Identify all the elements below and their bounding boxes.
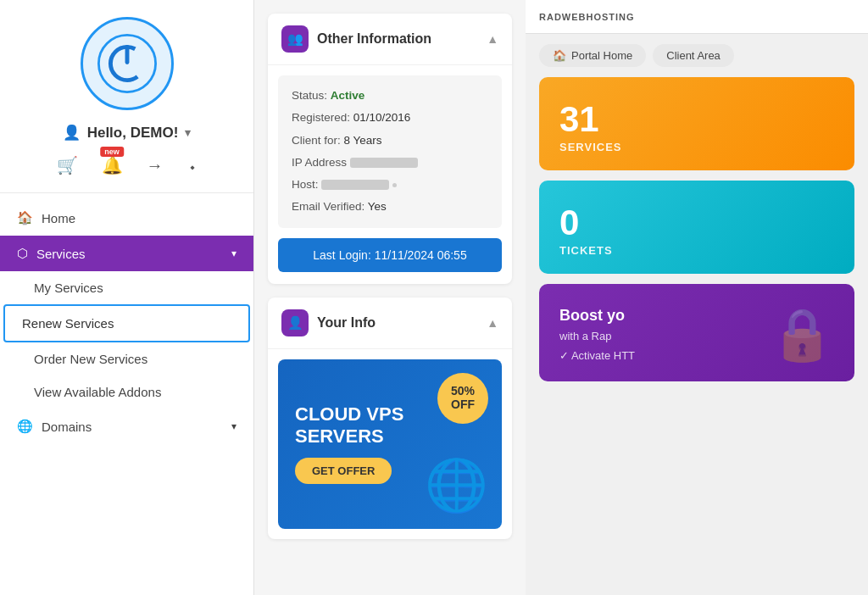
ip-row: IP Address <box>292 154 488 171</box>
ip-label: IP Address <box>292 156 347 169</box>
home-icon: 🏠 <box>17 210 33 225</box>
stat-card-tickets: 0 TICKETS <box>539 181 854 274</box>
email-label: Email Verified: <box>292 200 364 213</box>
breadcrumb-portal-label: Portal Home <box>571 49 632 62</box>
tickets-count: 0 <box>559 205 834 241</box>
your-info-header: 👤 Your Info ▲ <box>268 298 512 349</box>
site-logo: RADWEBHOSTING <box>539 12 635 22</box>
ip-value-redacted <box>350 158 418 168</box>
logout-icon: ⬩ <box>184 153 201 178</box>
host-value-redacted <box>321 180 389 190</box>
cart-wrap[interactable]: 🛒 <box>53 155 81 175</box>
boost-title: Boost yo <box>559 307 757 325</box>
boost-subtitle: with a Rap <box>559 330 757 342</box>
your-info-collapse[interactable]: ▲ <box>487 316 498 330</box>
other-info-collapse[interactable]: ▲ <box>487 32 498 46</box>
stat-cards: 31 SERVICES 0 TICKETS Boost yo with a Ra… <box>526 77 868 395</box>
breadcrumb-client-area[interactable]: Client Area <box>653 44 734 67</box>
breadcrumbs: 🏠 Portal Home Client Area <box>526 34 868 77</box>
other-info-title: Other Information <box>317 31 431 47</box>
sidebar-item-my-services[interactable]: My Services <box>0 271 253 304</box>
bell-wrap[interactable]: new 🔔 <box>98 155 126 175</box>
new-badge: new <box>100 147 124 157</box>
tickets-label: TICKETS <box>559 244 834 257</box>
forward-wrap[interactable]: → <box>143 156 167 175</box>
domains-label: Domains <box>42 420 92 434</box>
client-for-label: Client for: <box>292 134 341 147</box>
boost-lock-icon: 🔒 <box>771 304 834 364</box>
sidebar-item-order-new[interactable]: Order New Services <box>0 342 253 375</box>
avatar <box>81 17 174 110</box>
user-icon: 👤 <box>63 124 81 142</box>
status-row: Status: Active <box>292 87 488 104</box>
status-value: Active <box>331 89 365 102</box>
middle-panel: 👥 Other Information ▲ Status: Active Reg… <box>254 0 526 595</box>
your-info-header-left: 👤 Your Info <box>281 309 376 336</box>
promo-banner[interactable]: CLOUD VPS SERVERS GET OFFER 50% OFF 🌐 <box>278 359 502 529</box>
boost-text: Boost yo with a Rap ✓ Activate HTT <box>559 307 757 362</box>
my-services-label: My Services <box>34 281 103 295</box>
breadcrumb-portal-home[interactable]: 🏠 Portal Home <box>539 44 646 67</box>
services-icon: ⬡ <box>17 246 28 261</box>
breadcrumb-home-icon: 🏠 <box>553 49 566 62</box>
addons-label: View Available Addons <box>34 385 161 399</box>
sidebar-divider <box>0 192 253 193</box>
greeting-chevron: ▾ <box>185 126 191 139</box>
boost-subtitle-text: with a Rap <box>559 330 611 342</box>
boost-cta-text: ✓ Activate HTT <box>559 349 635 362</box>
client-for-row: Client for: 8 Years <box>292 132 488 149</box>
promo-title-line2: SERVERS <box>295 425 403 448</box>
logout-wrap[interactable]: ⬩ <box>184 156 201 175</box>
registered-value: 01/10/2016 <box>353 111 411 124</box>
registered-row: Registered: 01/10/2016 <box>292 109 488 126</box>
domains-chevron: ▾ <box>231 420 236 432</box>
promo-title-line1: CLOUD VPS <box>295 403 403 425</box>
registered-label: Registered: <box>292 111 350 124</box>
action-icons-bar: 🛒 new 🔔 → ⬩ <box>53 155 201 175</box>
promo-off: OFF <box>451 398 475 411</box>
sidebar-item-renew-services[interactable]: Renew Services <box>3 304 250 342</box>
host-row: Host: <box>292 176 488 193</box>
sidebar: 👤 Hello, DEMO! ▾ 🛒 new 🔔 → ⬩ 🏠 Home ⬡ Se… <box>0 0 254 595</box>
sidebar-item-home[interactable]: 🏠 Home <box>0 200 253 236</box>
sidebar-item-domains[interactable]: 🌐 Domains ▾ <box>0 409 253 444</box>
other-info-header-left: 👥 Other Information <box>281 25 431 53</box>
breadcrumb-client-label: Client Area <box>666 49 721 62</box>
right-topbar: RADWEBHOSTING <box>526 0 868 34</box>
boost-cta: ✓ Activate HTT <box>559 349 757 362</box>
cart-icon: 🛒 <box>53 153 81 178</box>
other-info-header: 👥 Other Information ▲ <box>268 14 512 65</box>
right-panel: RADWEBHOSTING 🏠 Portal Home Client Area … <box>526 0 868 595</box>
your-info-card: 👤 Your Info ▲ CLOUD VPS SERVERS GET OFFE… <box>268 298 512 539</box>
status-label: Status: <box>292 89 327 102</box>
stat-card-boost: Boost yo with a Rap ✓ Activate HTT 🔒 <box>539 284 854 381</box>
sidebar-item-addons[interactable]: View Available Addons <box>0 375 253 409</box>
host-label: Host: <box>292 178 319 191</box>
promo-pct: 50% <box>451 385 475 398</box>
host-dot <box>392 183 397 187</box>
services-label: SERVICES <box>559 141 834 153</box>
other-info-card: 👥 Other Information ▲ Status: Active Reg… <box>268 14 512 284</box>
services-count: 31 <box>559 102 834 137</box>
promo-title: CLOUD VPS SERVERS <box>295 403 403 448</box>
promo-cta-button[interactable]: GET OFFER <box>295 458 392 484</box>
sidebar-home-label: Home <box>42 211 75 225</box>
renew-services-label: Renew Services <box>22 316 114 331</box>
sidebar-services-label: Services <box>36 247 86 261</box>
email-verified-row: Email Verified: Yes <box>292 198 488 215</box>
client-for-value: 8 Years <box>344 134 382 147</box>
domains-icon: 🌐 <box>17 419 33 434</box>
your-info-icon: 👤 <box>281 309 309 336</box>
promo-discount-badge: 50% OFF <box>437 373 488 424</box>
stat-card-services: 31 SERVICES <box>539 77 854 170</box>
other-info-block: Status: Active Registered: 01/10/2016 Cl… <box>278 75 502 228</box>
user-greeting[interactable]: 👤 Hello, DEMO! ▾ <box>63 124 192 142</box>
greeting-text: Hello, DEMO! <box>87 125 179 142</box>
services-chevron: ▾ <box>231 247 236 259</box>
order-new-label: Order New Services <box>34 352 147 366</box>
email-value: Yes <box>368 200 387 213</box>
last-login-button[interactable]: Last Login: 11/11/2024 06:55 <box>278 238 502 272</box>
your-info-title: Your Info <box>317 315 376 331</box>
promo-globe-icon: 🌐 <box>425 455 488 515</box>
sidebar-item-services[interactable]: ⬡ Services ▾ <box>0 236 253 271</box>
